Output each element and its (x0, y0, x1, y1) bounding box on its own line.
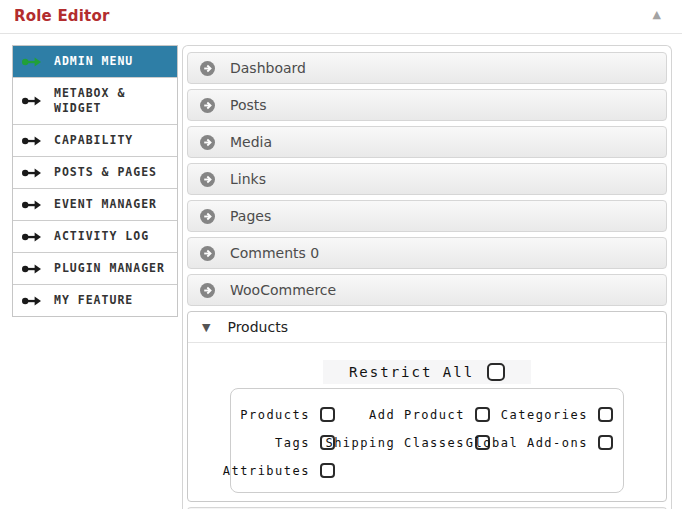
accordion-header-pages[interactable]: Pages (187, 200, 667, 232)
accordion-header-links[interactable]: Links (187, 163, 667, 195)
accordion-header-media[interactable]: Media (187, 126, 667, 158)
products-checkbox[interactable] (320, 407, 335, 422)
accordion-label: Products (227, 319, 287, 335)
triangle-down-icon: ▼ (202, 322, 210, 333)
accordion-label: Comments 0 (230, 245, 319, 261)
arrow-right-line-icon (22, 231, 42, 243)
arrow-right-line-icon (22, 167, 42, 179)
sidebar-item-posts-pages[interactable]: POSTS & PAGES (13, 157, 177, 189)
checkbox-label: Add Product (369, 408, 465, 422)
capability-item-global-add-ons: Global Add-ons (490, 435, 613, 450)
accordion-label: Links (230, 171, 266, 187)
sidebar-item-plugin-manager[interactable]: PLUGIN MANAGER (13, 253, 177, 285)
arrow-right-line-icon (22, 199, 42, 211)
sidebar-item-event-manager[interactable]: EVENT MANAGER (13, 189, 177, 221)
arrow-right-line-icon (22, 263, 42, 275)
sidebar-item-metabox-widget[interactable]: METABOX & WIDGET (13, 78, 177, 125)
categories-checkbox[interactable] (598, 407, 613, 422)
arrow-right-line-icon (22, 135, 42, 147)
checkbox-label: Attributes (223, 464, 310, 478)
sidebar-menu: ADMIN MENU METABOX & WIDGET CAPABILITY P… (12, 45, 178, 317)
checkbox-label: Shipping Classes (325, 436, 465, 450)
restrict-all-label: Restrict All (349, 364, 474, 380)
circle-arrow-right-icon (200, 61, 215, 76)
capability-item-tags: Tags (245, 435, 335, 450)
sidebar-item-label: MY FEATURE (54, 293, 133, 308)
accordion-label: Posts (230, 97, 267, 113)
checkbox-label: Tags (275, 436, 310, 450)
capability-item-categories: Categories (490, 407, 613, 422)
circle-arrow-right-icon (200, 172, 215, 187)
restrict-all-checkbox[interactable] (487, 363, 505, 381)
circle-arrow-right-icon (200, 283, 215, 298)
sidebar-item-admin-menu[interactable]: ADMIN MENU (13, 46, 177, 78)
sidebar-item-capability[interactable]: CAPABILITY (13, 125, 177, 157)
page-title: Role Editor (14, 7, 110, 25)
panel-titlebar: Role Editor ▲ (0, 0, 682, 34)
accordion-section-products: ▼ Products Restrict All Products Add Pro… (187, 311, 667, 502)
restrict-all-control: Restrict All (323, 360, 531, 384)
accordion-header-woocommerce[interactable]: WooCommerce (187, 274, 667, 306)
circle-arrow-right-icon (200, 135, 215, 150)
checkbox-label: Categories (501, 408, 588, 422)
accordion-header-products[interactable]: ▼ Products (188, 312, 666, 343)
sidebar-item-label: METABOX & WIDGET (54, 86, 168, 116)
accordion-label: Dashboard (230, 60, 306, 76)
arrow-right-line-icon (22, 56, 42, 68)
accordion-header-dashboard[interactable]: Dashboard (187, 52, 667, 84)
products-section-body: Restrict All Products Add Product Catego (188, 343, 666, 501)
accordion-label: WooCommerce (230, 282, 336, 298)
capability-checkbox-grid: Products Add Product Categories Tags (245, 407, 609, 478)
circle-arrow-right-icon (200, 246, 215, 261)
checkbox-label: Products (240, 408, 310, 422)
arrow-right-line-icon (22, 95, 42, 107)
capability-item-products: Products (245, 407, 335, 422)
checkbox-label: Global Add-ons (466, 436, 588, 450)
sidebar-item-label: CAPABILITY (54, 133, 133, 148)
sidebar-item-label: ACTIVITY LOG (54, 229, 149, 244)
circle-arrow-right-icon (200, 98, 215, 113)
accordion-header-comments[interactable]: Comments 0 (187, 237, 667, 269)
collapse-toggle-icon[interactable]: ▲ (653, 8, 661, 22)
add-product-checkbox[interactable] (475, 407, 490, 422)
global-add-ons-checkbox[interactable] (598, 435, 613, 450)
capability-checkbox-group: Products Add Product Categories Tags (230, 388, 624, 493)
capability-item-add-product: Add Product (335, 407, 490, 422)
sidebar-item-label: PLUGIN MANAGER (54, 261, 165, 276)
sidebar-item-my-feature[interactable]: MY FEATURE (13, 285, 177, 316)
circle-arrow-right-icon (200, 209, 215, 224)
accordion-label: Pages (230, 208, 271, 224)
sidebar-item-label: POSTS & PAGES (54, 165, 157, 180)
sidebar-item-label: ADMIN MENU (54, 54, 133, 69)
sidebar-item-activity-log[interactable]: ACTIVITY LOG (13, 221, 177, 253)
restrict-all-row: Restrict All (188, 360, 666, 384)
accordion-header-posts[interactable]: Posts (187, 89, 667, 121)
capability-item-attributes: Attributes (245, 463, 335, 478)
accordion-panel: Dashboard Posts Media Links Pages Commen… (182, 45, 672, 509)
sidebar-item-label: EVENT MANAGER (54, 197, 157, 212)
attributes-checkbox[interactable] (320, 463, 335, 478)
accordion-label: Media (230, 134, 272, 150)
arrow-right-line-icon (22, 295, 42, 307)
